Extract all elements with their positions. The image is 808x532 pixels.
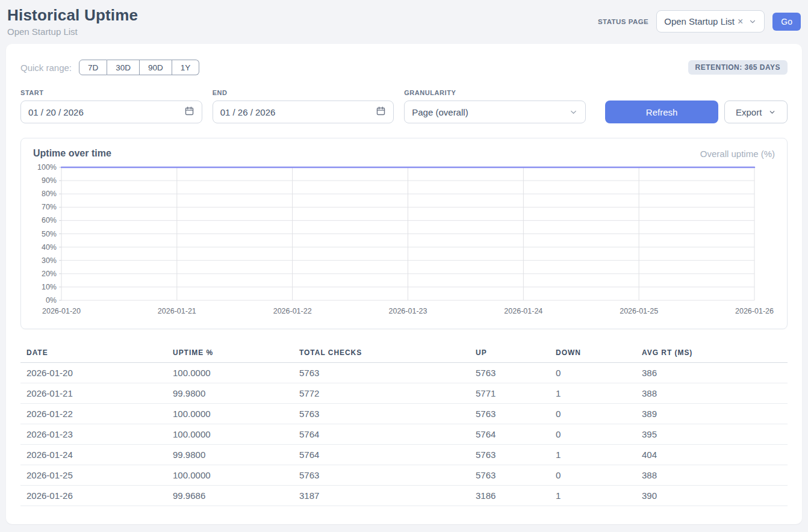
table-cell: 2026-01-20 [20, 363, 167, 383]
svg-text:2026-01-21: 2026-01-21 [158, 307, 196, 315]
chevron-down-icon [768, 108, 776, 116]
svg-text:2026-01-26: 2026-01-26 [735, 307, 774, 315]
uptime-table-body: 2026-01-20100.00005763576303862026-01-21… [20, 363, 788, 506]
svg-text:0%: 0% [46, 296, 57, 305]
export-button[interactable]: Export [724, 101, 788, 123]
quick-range-30d-button[interactable]: 30D [107, 60, 140, 75]
table-cell: 0 [550, 404, 636, 424]
table-row: 2026-01-25100.0000576357630388 [20, 465, 788, 486]
table-cell: 2026-01-21 [20, 383, 167, 404]
table-cell: 5763 [470, 465, 550, 486]
quick-range-label: Quick range: [20, 63, 72, 73]
topbar: Historical Uptime Open Startup List STAT… [0, 0, 808, 37]
table-cell: 5763 [293, 465, 470, 486]
quick-range-1y-button[interactable]: 1Y [172, 60, 200, 75]
table-cell: 99.9800 [167, 445, 293, 465]
table-cell: 404 [636, 445, 788, 465]
table-cell: 100.0000 [167, 363, 293, 383]
svg-text:2026-01-20: 2026-01-20 [42, 307, 81, 315]
table-row: 2026-01-2699.9686318731861390 [20, 486, 788, 506]
svg-text:50%: 50% [42, 230, 57, 238]
quick-range-group: 7D 30D 90D 1Y [79, 60, 199, 75]
table-cell: 3187 [293, 486, 470, 506]
quick-range-row: Quick range: 7D 30D 90D 1Y RETENTION: 36… [20, 60, 788, 75]
table-cell: 3186 [470, 486, 550, 506]
svg-text:60%: 60% [42, 216, 57, 224]
svg-text:10%: 10% [42, 283, 57, 291]
table-cell: 5763 [470, 445, 550, 465]
table-cell: 100.0000 [167, 465, 293, 486]
uptime-line-chart: 0%10%20%30%40%50%60%70%80%90%100%2026-01… [33, 162, 776, 320]
table-cell: 395 [636, 424, 788, 445]
chart-header: Uptime over time Overall uptime (%) [33, 148, 775, 159]
table-cell: 2026-01-23 [20, 424, 167, 445]
table-cell: 2026-01-24 [20, 445, 167, 465]
column-header-avg-rt: AVG RT (MS) [636, 345, 788, 363]
status-page-select[interactable]: Open Startup List × [656, 10, 765, 32]
go-button[interactable]: Go [772, 13, 801, 31]
svg-text:30%: 30% [42, 256, 57, 265]
table-cell: 5772 [293, 383, 470, 404]
granularity-select[interactable]: Page (overall) [404, 101, 586, 123]
column-header-uptime: UPTIME % [167, 345, 293, 363]
granularity-label: GRANULARITY [404, 89, 586, 96]
chevron-down-icon [748, 17, 757, 26]
table-cell: 5771 [470, 383, 550, 404]
filter-fields-row: START 01 / 20 / 2026 END 01 / 26 / 2026 … [20, 89, 788, 123]
column-header-up: UP [470, 345, 550, 363]
topbar-right: STATUS PAGE Open Startup List × Go [598, 10, 801, 32]
end-date-field: END 01 / 26 / 2026 [213, 89, 394, 123]
calendar-icon[interactable] [184, 106, 194, 119]
end-date-input[interactable]: 01 / 26 / 2026 [213, 101, 394, 123]
table-cell: 5764 [293, 445, 470, 465]
svg-text:80%: 80% [42, 190, 57, 198]
table-cell: 389 [636, 404, 788, 424]
table-cell: 386 [636, 363, 788, 383]
column-header-date: DATE [20, 345, 167, 363]
start-date-value: 01 / 20 / 2026 [28, 107, 84, 117]
svg-text:40%: 40% [42, 243, 57, 252]
table-cell: 5763 [293, 404, 470, 424]
uptime-table: DATE UPTIME % TOTAL CHECKS UP DOWN AVG R… [20, 345, 788, 506]
end-date-value: 01 / 26 / 2026 [220, 107, 276, 117]
table-cell: 5763 [293, 363, 470, 383]
export-button-label: Export [736, 107, 762, 117]
table-cell: 5763 [470, 404, 550, 424]
chevron-down-icon [569, 108, 578, 117]
refresh-button[interactable]: Refresh [605, 101, 718, 123]
column-header-total-checks: TOTAL CHECKS [293, 345, 470, 363]
svg-text:2026-01-25: 2026-01-25 [620, 307, 658, 315]
column-header-down: DOWN [550, 345, 636, 363]
uptime-chart-card: Uptime over time Overall uptime (%) 0%10… [20, 138, 788, 329]
page-subtitle: Open Startup List [7, 26, 138, 37]
clear-selection-icon[interactable]: × [737, 17, 744, 26]
table-header-row: DATE UPTIME % TOTAL CHECKS UP DOWN AVG R… [20, 345, 788, 363]
table-row: 2026-01-23100.0000576457640395 [20, 424, 788, 445]
table-cell: 2026-01-25 [20, 465, 167, 486]
granularity-selected-value: Page (overall) [412, 107, 468, 117]
table-cell: 99.9800 [167, 383, 293, 404]
start-date-input[interactable]: 01 / 20 / 2026 [20, 101, 202, 123]
svg-text:2026-01-22: 2026-01-22 [273, 307, 312, 315]
start-date-field: START 01 / 20 / 2026 [20, 89, 202, 123]
table-row: 2026-01-22100.0000576357630389 [20, 404, 788, 424]
table-cell: 0 [550, 424, 636, 445]
calendar-icon[interactable] [376, 106, 386, 119]
table-cell: 99.9686 [167, 486, 293, 506]
chart-legend-label: Overall uptime (%) [700, 149, 775, 159]
table-cell: 5764 [470, 424, 550, 445]
table-row: 2026-01-2199.9800577257711388 [20, 383, 788, 404]
table-cell: 0 [550, 465, 636, 486]
svg-text:70%: 70% [42, 203, 57, 211]
start-label: START [20, 89, 202, 96]
table-cell: 5764 [293, 424, 470, 445]
table-row: 2026-01-20100.0000576357630386 [20, 363, 788, 383]
svg-text:2026-01-23: 2026-01-23 [389, 307, 427, 315]
quick-range-7d-button[interactable]: 7D [79, 60, 107, 75]
quick-range-90d-button[interactable]: 90D [140, 60, 172, 75]
end-label: END [213, 89, 394, 96]
svg-text:2026-01-24: 2026-01-24 [504, 307, 542, 315]
title-block: Historical Uptime Open Startup List [7, 6, 138, 37]
table-row: 2026-01-2499.9800576457631404 [20, 445, 788, 465]
svg-text:100%: 100% [37, 163, 57, 172]
